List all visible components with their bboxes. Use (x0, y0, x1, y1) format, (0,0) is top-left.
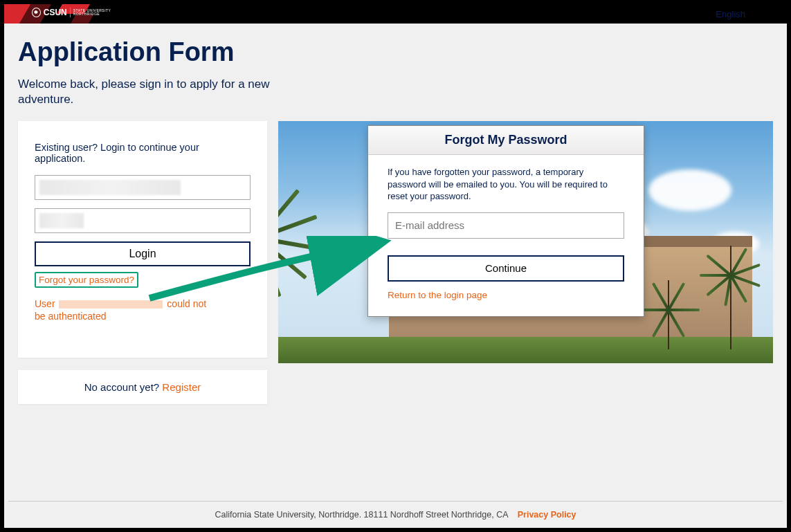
privacy-policy-link[interactable]: Privacy Policy (518, 510, 576, 520)
csun-logo: ✹ CSUN STATE UNIVERSITY NORTHRIDGE (4, 4, 132, 24)
page-title: Application Form (18, 37, 773, 67)
return-login-link[interactable]: Return to the login page (388, 290, 487, 300)
username-field[interactable] (35, 175, 251, 200)
forgot-password-modal: Forgot My Password If you have forgotten… (367, 125, 644, 317)
email-field[interactable] (388, 212, 624, 239)
modal-body-text: If you have forgotten your password, a t… (388, 166, 624, 203)
footer: California State University, Northridge.… (8, 501, 783, 520)
footer-text: California State University, Northridge.… (215, 510, 507, 520)
seal-icon: ✹ (32, 8, 41, 17)
top-bar: ✹ CSUN STATE UNIVERSITY NORTHRIDGE Engli… (4, 4, 787, 24)
forgot-password-link[interactable]: Forgot your password? (35, 272, 138, 288)
register-link[interactable]: Register (162, 381, 201, 393)
password-field[interactable] (35, 208, 251, 233)
register-prompt: No account yet? (84, 381, 159, 393)
language-link[interactable]: English (716, 9, 745, 19)
auth-error-message: User could not be authenticated (35, 297, 215, 322)
login-card: Existing user? Login to continue your ap… (18, 121, 267, 357)
welcome-text: Welcome back, please sign in to apply fo… (18, 77, 316, 107)
register-card: No account yet? Register (18, 370, 267, 404)
modal-header: Forgot My Password (368, 126, 644, 155)
login-prompt: Existing user? Login to continue your ap… (35, 142, 251, 164)
continue-button[interactable]: Continue (388, 255, 624, 282)
modal-title: Forgot My Password (372, 133, 639, 147)
brand-tagline: STATE UNIVERSITY NORTHRIDGE (73, 9, 132, 16)
brand-text: CSUN (44, 8, 67, 17)
login-button[interactable]: Login (35, 241, 251, 266)
